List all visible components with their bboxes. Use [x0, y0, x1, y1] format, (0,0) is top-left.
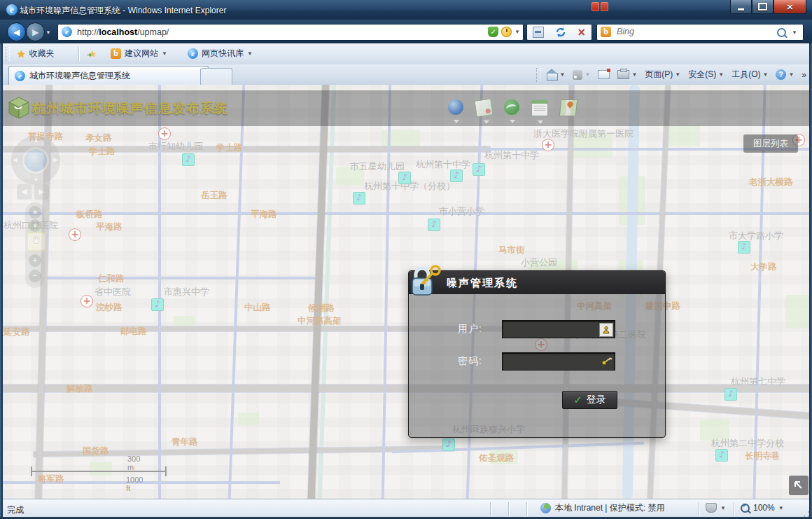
maximize-button[interactable]: [752, 0, 774, 14]
basemap-globe-icon[interactable]: [448, 99, 463, 115]
home-button[interactable]: ▼: [545, 68, 567, 82]
star-icon: ★: [17, 48, 26, 60]
status-bar: 完成 本地 Intranet | 保护模式: 禁用 ▼ 100% ▼: [0, 499, 812, 519]
suggested-sites-label: 建议网站: [125, 48, 158, 60]
user-label: 用户:: [458, 323, 482, 335]
rss-feed-icon: [573, 70, 582, 80]
dropdown-arrow-icon: [454, 120, 459, 123]
close-button[interactable]: ×: [774, 0, 806, 14]
command-bar: ▼ ▼ ▼ 页面(P)▼ 安全(S)▼ 工具(O)▼ ?▼ »: [536, 64, 808, 85]
zoom-magnifier-icon: [741, 504, 750, 513]
chevron-down-icon: ▼: [778, 505, 784, 511]
suggested-sites-button[interactable]: b 建议网站 ▼: [106, 46, 172, 61]
compatibility-view-icon[interactable]: [533, 27, 544, 38]
dialog-title[interactable]: 噪声管理系统: [409, 271, 665, 294]
mail-icon: [598, 70, 610, 79]
window-title: 城市环境噪声信息管理系统 - Windows Internet Explorer: [20, 5, 226, 17]
help-menu[interactable]: ?▼: [774, 68, 795, 81]
tab-favicon: e: [15, 71, 25, 81]
close-icon: ×: [786, 2, 794, 11]
address-dropdown-icon[interactable]: ▼: [514, 29, 520, 35]
safety-menu[interactable]: 安全(S)▼: [687, 67, 725, 82]
page-menu[interactable]: 页面(P)▼: [643, 67, 682, 82]
read-mail-button[interactable]: [596, 69, 611, 81]
new-tab-button[interactable]: [200, 68, 232, 85]
map-viewport[interactable]: 菩提寺路孝女路学士路学士路岳王路板桥路平海路平海路延安路仁和路浣纱路邮电路中山路…: [0, 85, 812, 499]
help-icon: ?: [776, 69, 786, 80]
bookmark-note-icon[interactable]: [474, 98, 493, 117]
zoom-level: 100%: [753, 503, 775, 513]
app-header: 杭州城市环境噪声信息发布系统: [0, 90, 812, 126]
search-input[interactable]: [615, 26, 758, 37]
titlebar[interactable]: e 城市环境噪声信息管理系统 - Windows Internet Explor…: [0, 0, 812, 20]
add-favorite-button[interactable]: ★: [84, 46, 102, 61]
web-slices-button[interactable]: e 网页快讯库 ▼: [183, 46, 257, 61]
chevron-down-icon: ▼: [162, 50, 167, 57]
toolbar-grip[interactable]: [536, 68, 540, 82]
forward-button[interactable]: ▶: [26, 22, 45, 41]
separator: [78, 47, 79, 61]
stop-icon[interactable]: ×: [577, 27, 586, 38]
intranet-globe-icon: [540, 503, 551, 513]
home-icon: [547, 73, 558, 81]
password-label: 密码:: [458, 355, 482, 368]
username-input[interactable]: [505, 322, 598, 334]
search-magnifier-icon[interactable]: [777, 28, 786, 37]
user-person-icon: [599, 323, 613, 337]
password-input[interactable]: [505, 354, 598, 366]
username-field[interactable]: [502, 320, 615, 338]
active-tab[interactable]: e 城市环境噪声信息管理系统: [8, 66, 209, 85]
favorites-bar: ★ 收藏夹 ★ b 建议网站 ▼ e 网页快讯库 ▼: [0, 43, 812, 65]
overflow-chevron[interactable]: »: [800, 69, 808, 81]
password-field[interactable]: [502, 352, 615, 371]
titlebar-badge-icon: [601, 2, 608, 11]
zoom-control[interactable]: 100% ▼: [741, 503, 784, 513]
document-icon[interactable]: [531, 99, 548, 116]
search-dropdown-icon[interactable]: ▼: [792, 29, 797, 36]
map-pin-icon[interactable]: [559, 99, 578, 116]
refresh-icon[interactable]: [555, 27, 566, 38]
status-text: 完成: [7, 504, 24, 516]
feeds-button[interactable]: ▼: [571, 69, 592, 81]
ie-icon: e: [188, 48, 198, 59]
search-box[interactable]: b ▼: [596, 24, 804, 41]
url-text[interactable]: http://localhost/upmap/: [77, 27, 169, 37]
history-dropdown-icon[interactable]: ▼: [46, 29, 51, 36]
tab-title: 城市环境噪声信息管理系统: [29, 70, 130, 82]
arrow-up-left-icon: [794, 480, 804, 490]
protected-mode-button[interactable]: ▼: [706, 503, 726, 513]
compatibility-clock-icon[interactable]: [501, 27, 512, 37]
check-icon: ✓: [573, 394, 582, 406]
back-button[interactable]: ◀: [7, 22, 26, 41]
password-key-icon: [601, 355, 613, 368]
shield-icon: [706, 503, 717, 513]
header-toolbar: [448, 99, 577, 116]
chevron-down-icon: ▼: [247, 50, 253, 57]
dropdown-arrow-icon: [538, 120, 543, 124]
toolbar-grip[interactable]: [6, 47, 10, 61]
separator: [734, 502, 734, 516]
app-logo-cube-icon: [8, 97, 29, 119]
separator: [508, 502, 509, 516]
site-title: 杭州城市环境噪声信息发布系统: [32, 99, 228, 118]
layer-list-button[interactable]: 图层列表: [743, 134, 798, 153]
security-shield-icon: ✓: [488, 27, 498, 37]
zone-text: 本地 Intranet | 保护模式: 禁用: [555, 502, 664, 514]
minimize-icon: [738, 8, 744, 11]
security-zone[interactable]: 本地 Intranet | 保护模式: 禁用: [540, 502, 664, 514]
earth-sphere-icon[interactable]: [504, 99, 519, 115]
tools-menu[interactable]: 工具(O)▼: [730, 67, 769, 82]
ie-logo-icon: e: [6, 4, 18, 15]
favorites-button[interactable]: ★ 收藏夹: [13, 46, 59, 61]
print-button[interactable]: ▼: [616, 69, 638, 81]
titlebar-badge-icon: [592, 2, 599, 11]
minimize-button[interactable]: [730, 0, 752, 14]
browser-window: e 城市环境噪声信息管理系统 - Windows Internet Explor…: [0, 0, 812, 519]
overview-corner-button[interactable]: [789, 476, 808, 495]
web-slices-label: 网页快讯库: [202, 48, 244, 60]
address-bar[interactable]: e http://localhost/upmap/ ✓ ▼: [57, 24, 524, 41]
bing-icon: b: [111, 48, 121, 59]
bing-logo-icon: b: [601, 27, 611, 37]
login-button[interactable]: ✓ 登录: [562, 391, 617, 409]
tab-bar: e 城市环境噪声信息管理系统 ▼ ▼ ▼ 页面(P)▼ 安全(S)▼ 工具(O)…: [0, 64, 812, 85]
